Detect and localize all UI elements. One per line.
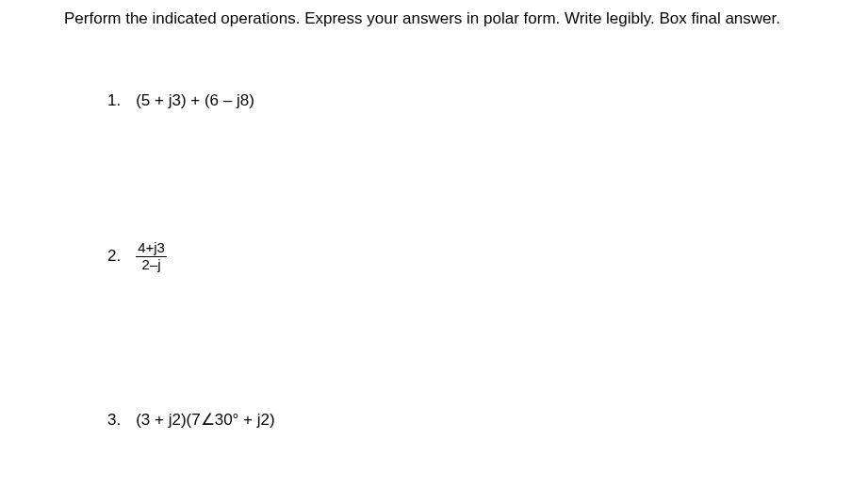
problem-3: 3. (3 + j2)(7∠30° + j2) <box>107 410 275 430</box>
fraction-denominator: 2–j <box>136 257 167 273</box>
problem-number: 2. <box>107 247 121 266</box>
problem-2: 2. 4+j3 2–j <box>107 240 167 272</box>
problem-number: 3. <box>107 411 121 430</box>
instructions-text: Perform the indicated operations. Expres… <box>64 9 780 28</box>
problem-expression: (5 + j3) + (6 – j8) <box>136 91 254 110</box>
fraction: 4+j3 2–j <box>136 240 167 272</box>
problem-expression: (3 + j2)(7∠30° + j2) <box>136 410 274 430</box>
fraction-numerator: 4+j3 <box>136 240 167 257</box>
problem-expression: 4+j3 2–j <box>136 240 167 272</box>
problem-number: 1. <box>107 91 121 110</box>
problem-1: 1. (5 + j3) + (6 – j8) <box>107 91 254 110</box>
